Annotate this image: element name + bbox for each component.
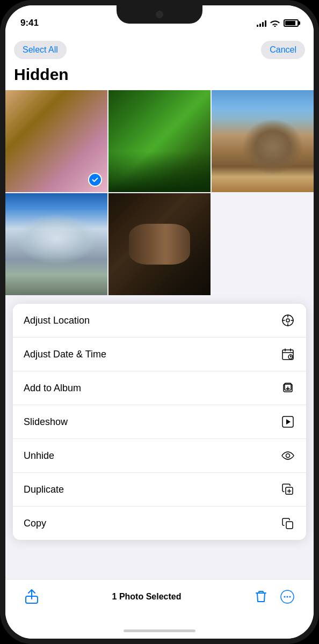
photo-cell-1[interactable] (5, 90, 107, 192)
photo-cell-2[interactable] (108, 90, 211, 192)
photo-cell-4[interactable] (5, 193, 107, 295)
adjust-location-item[interactable]: Adjust Location (13, 304, 306, 338)
delete-button[interactable] (252, 588, 270, 606)
status-time: 9:41 (20, 18, 39, 28)
photo-cell-3[interactable] (212, 90, 314, 192)
duplicate-item[interactable]: Duplicate (13, 473, 306, 507)
wifi-icon (270, 19, 280, 27)
copy-item[interactable]: Copy (13, 507, 306, 540)
battery-icon (284, 19, 299, 27)
status-icons (257, 19, 299, 27)
duplicate-label: Duplicate (24, 484, 64, 495)
action-sheet-overlay: Adjust Location Adjust D (5, 295, 314, 579)
unhide-label: Unhide (24, 450, 54, 462)
copy-icon (280, 516, 295, 531)
bottom-toolbar: 1 Photo Selected (5, 579, 314, 623)
more-icon (280, 590, 294, 604)
adjust-location-label: Adjust Location (24, 315, 90, 326)
home-bar (124, 630, 195, 632)
page-title: Hidden (5, 63, 314, 90)
location-icon (280, 313, 295, 328)
select-all-button[interactable]: Select All (14, 41, 67, 59)
photo-grid (5, 90, 314, 295)
svg-point-1 (286, 319, 289, 322)
add-album-icon (280, 380, 295, 396)
svg-point-28 (289, 596, 291, 598)
play-icon (280, 414, 295, 429)
home-indicator (5, 623, 314, 639)
action-sheet: Adjust Location Adjust D (13, 304, 306, 540)
phone-frame: 9:41 Select All (0, 0, 319, 644)
add-to-album-label: Add to Album (24, 383, 81, 394)
more-button[interactable] (278, 588, 296, 606)
svg-rect-23 (286, 522, 293, 529)
svg-point-26 (284, 596, 285, 598)
adjust-date-time-label: Adjust Date & Time (24, 349, 106, 360)
svg-marker-18 (286, 419, 291, 425)
camera-notch (156, 11, 163, 18)
slideshow-label: Slideshow (24, 416, 68, 428)
status-bar: 9:41 (5, 5, 314, 33)
svg-point-27 (286, 596, 288, 598)
add-to-album-item[interactable]: Add to Album (13, 371, 306, 405)
header: Select All Cancel (5, 33, 314, 63)
adjust-date-time-item[interactable]: Adjust Date & Time (13, 338, 306, 371)
duplicate-icon (280, 482, 295, 497)
svg-point-19 (286, 454, 290, 458)
screen: 9:41 Select All (5, 5, 314, 639)
photo-cell-5[interactable] (108, 193, 211, 295)
cancel-button[interactable]: Cancel (261, 41, 305, 59)
eye-icon (280, 448, 295, 463)
share-button[interactable] (23, 587, 41, 606)
share-icon (25, 589, 39, 604)
slideshow-item[interactable]: Slideshow (13, 405, 306, 439)
unhide-item[interactable]: Unhide (13, 439, 306, 473)
calendar-icon (280, 347, 295, 362)
trash-icon (255, 590, 267, 604)
selection-checkmark (88, 173, 102, 187)
copy-label: Copy (24, 518, 46, 529)
signal-icon (257, 20, 266, 27)
selection-status-text: 1 Photo Selected (112, 592, 182, 602)
